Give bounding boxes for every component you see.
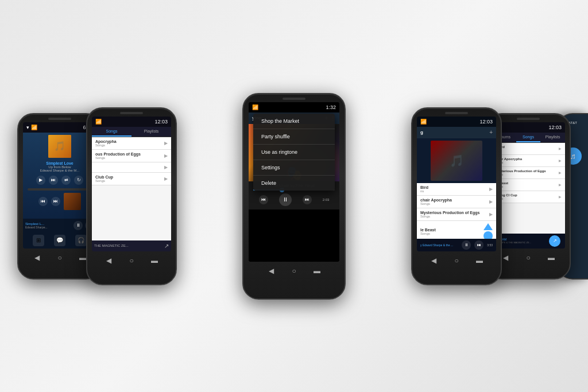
phone3-time: 1:32 xyxy=(326,104,336,110)
phone5-item4-info: le Beast Songs xyxy=(495,181,559,188)
phone3-pause-btn[interactable]: ⏸ xyxy=(279,193,292,206)
phone3-screen: 📶 1:32 ying + ⋮ 🎭 Shop the Market Party xyxy=(249,102,339,262)
phone3-menu-ringtone[interactable]: Use as ringtone xyxy=(253,145,335,160)
phone3-back-btn[interactable]: ◀ xyxy=(265,265,277,277)
phone2-song-4[interactable]: Club Cup Songs ▶ xyxy=(92,173,171,185)
phone2-back-btn[interactable]: ◀ xyxy=(103,255,114,266)
phone3-menu-btn[interactable]: ▬ xyxy=(311,265,323,277)
phone5-tab-playlists[interactable]: Playlists xyxy=(540,133,565,142)
phone5-item-1[interactable]: v Bird ns ▶ xyxy=(492,143,565,155)
phone3-app: 📶 1:32 ying + ⋮ 🎭 Shop the Market Party xyxy=(249,102,339,262)
phone4-song4-info: le Beast Songs xyxy=(420,228,483,235)
phone2-song1-info: Apocrypha Songs xyxy=(95,139,164,147)
phone1-apps-icon[interactable]: ⊞ xyxy=(33,235,44,246)
phone1-app: ▾ 📶 6:41 🎵 Simplest Love Up from Below E… xyxy=(23,122,96,249)
phone4-arrow-up xyxy=(483,223,493,230)
phone4-song-2[interactable]: chair Apocrypha Songs ▶ xyxy=(417,196,496,208)
phone3-menu-shop[interactable]: Shop the Market xyxy=(253,114,335,129)
phone-3-center: 📶 1:32 ying + ⋮ 🎭 Shop the Market Party xyxy=(242,93,346,300)
phone1-home-btn[interactable]: ○ xyxy=(54,252,65,263)
phone5-item1-arrow: ▶ xyxy=(559,146,562,150)
phone4-song2-info: chair Apocrypha Songs xyxy=(420,198,489,205)
phone4-pause-btn[interactable]: ⏸ xyxy=(462,240,471,250)
phone1-player-bg: 🎵 Simplest Love Up from Below Edward Sha… xyxy=(23,133,96,219)
phone1-music-icon[interactable]: 🎧 xyxy=(75,235,87,246)
phone5-item3-arrow: ▶ xyxy=(559,170,562,174)
phone4-add-icon[interactable]: + xyxy=(489,129,493,135)
phone4-song-4[interactable]: le Beast Songs xyxy=(417,221,496,239)
phone1-chat-icon[interactable]: 💬 xyxy=(54,235,65,246)
phone1-prev2-btn[interactable]: ⏮ xyxy=(38,197,48,206)
phone1-app-dock: ⊞ 💬 🎧 xyxy=(23,232,96,249)
phone5-speaker xyxy=(517,118,540,120)
phone2-song-1[interactable]: Apocrypha Songs ▶ xyxy=(92,137,171,150)
phone5-share-icon[interactable]: ↗ xyxy=(549,235,560,247)
phone2-app: 📶 12:03 Songs Playlists Apocrypha Songs … xyxy=(92,117,171,251)
phone5-item-3[interactable]: Mysterious Production of Eggs Songs ▶ xyxy=(492,167,565,179)
phone4-back-btn[interactable]: ◀ xyxy=(428,255,439,266)
phone4-signal-icon: 📶 xyxy=(420,119,427,125)
phone4-menu-btn[interactable]: ▬ xyxy=(474,255,485,266)
phone5-item1-info: v Bird ns xyxy=(495,145,559,152)
phone2-share-icon[interactable]: ↗ xyxy=(164,243,169,249)
phone1-repeat-btn[interactable]: ↻ xyxy=(74,176,83,185)
phone5-item5-sub: Songs xyxy=(495,197,559,200)
phone4-song-3[interactable]: Mysterious Production of Eggs Songs ▶ xyxy=(417,208,496,221)
phone5-item-4[interactable]: le Beast Songs ▶ xyxy=(492,179,565,191)
phone2-tab-playlists[interactable]: Playlists xyxy=(131,127,171,137)
phone5-item5-info: Flying Cl Cup Songs xyxy=(495,193,559,200)
phone-4: 📶 12:03 g + 🎵 Bird xyxy=(411,107,502,285)
phone1-next-btn[interactable]: ⏭ xyxy=(49,176,58,185)
phone1-status-bar: ▾ 📶 6:41 xyxy=(23,122,96,133)
phone3-menu-delete[interactable]: Delete xyxy=(253,176,335,191)
phone2-song1-sub: Songs xyxy=(95,143,164,147)
phone3-next-btn[interactable]: ⏭ xyxy=(303,195,312,204)
phone2-bottom-player: THE MAGNETIC ZE... ↗ xyxy=(92,240,171,251)
phone2-song4-info: Club Cup Songs xyxy=(95,175,164,183)
phone5-menu-btn[interactable]: ▬ xyxy=(546,252,557,263)
phone2-screen: 📶 12:03 Songs Playlists Apocrypha Songs … xyxy=(92,117,171,251)
phone2-time: 12:03 xyxy=(154,119,168,125)
phone2-home-btn[interactable]: ○ xyxy=(126,255,137,266)
phone5-item3-sub: Songs xyxy=(495,173,559,176)
phone1-bottom-bar: Simplest L... Edward Sharpe... ⏸ ⏭ xyxy=(23,219,96,232)
phone4-song-1[interactable]: Bird ns ▶ xyxy=(417,183,496,196)
phone4-time-display: 3:53 xyxy=(487,243,493,247)
phone4-song3-info: Mysterious Production of Eggs Songs xyxy=(420,211,489,218)
phone4-header-title: g xyxy=(420,130,489,135)
phone4-next-btn[interactable]: ⏭ xyxy=(474,240,483,250)
phone2-playing-label: THE MAGNETIC ZE... xyxy=(94,244,129,247)
phone1-screen: ▾ 📶 6:41 🎵 Simplest Love Up from Below E… xyxy=(23,122,96,249)
phone4-time: 12:03 xyxy=(479,119,493,125)
phone2-menu-btn[interactable]: ▬ xyxy=(149,255,160,266)
phone1-back-btn[interactable]: ◀ xyxy=(31,252,42,263)
phone5-item-2[interactable]: chair Apocrypha Songs ▶ xyxy=(492,155,565,167)
phone4-header: g + xyxy=(417,127,496,138)
phone1-play-btn[interactable]: ▶ xyxy=(36,176,45,185)
phone1-home-bar: ◀ ○ ▬ xyxy=(31,249,88,268)
phone1-next2-btn[interactable]: ⏭ xyxy=(51,197,60,206)
phone2-song4-arrow: ▶ xyxy=(164,176,168,181)
phone3-menu-settings[interactable]: Settings xyxy=(253,160,335,176)
phone5-song-list: v Bird ns ▶ chair Apocrypha Songs ▶ xyxy=(492,143,565,234)
phone2-song-2[interactable]: ous Production of Eggs Songs ▶ xyxy=(92,150,171,162)
phone2-tab-songs[interactable]: Songs xyxy=(92,127,131,137)
phone4-status-bar: 📶 12:03 xyxy=(417,117,496,127)
phone2-song-3[interactable]: ▶ xyxy=(92,162,171,173)
phone3-menu-party-shuffle[interactable]: Party shuffle xyxy=(253,129,335,145)
phone1-controls: ▶ ⏭ ⇄ ↻ xyxy=(23,173,96,187)
phone5-item-5[interactable]: Flying Cl Cup Songs ▶ xyxy=(492,191,565,203)
phone1-shuffle-btn[interactable]: ⇄ xyxy=(61,176,71,185)
phone5-time: 12:03 xyxy=(548,125,562,130)
phone1-pause-btn[interactable]: ⏸ xyxy=(74,221,83,230)
phone3-prev-btn[interactable]: ⏮ xyxy=(259,195,268,204)
phone5-home-btn[interactable]: ○ xyxy=(523,252,534,263)
phone5-tab-songs[interactable]: Songs xyxy=(516,133,541,142)
phone4-song3-name: Mysterious Production of Eggs xyxy=(420,211,489,215)
phone4-upload-indicator xyxy=(483,223,493,239)
phone3-home-btn[interactable]: ○ xyxy=(288,265,300,277)
phone3-context-menu: Shop the Market Party shuffle Use as rin… xyxy=(253,114,335,191)
phone4-home-btn[interactable]: ○ xyxy=(451,255,462,266)
phone2-song2-name: ous Production of Eggs xyxy=(95,152,164,156)
phone4-song4-sub: Songs xyxy=(420,232,483,235)
